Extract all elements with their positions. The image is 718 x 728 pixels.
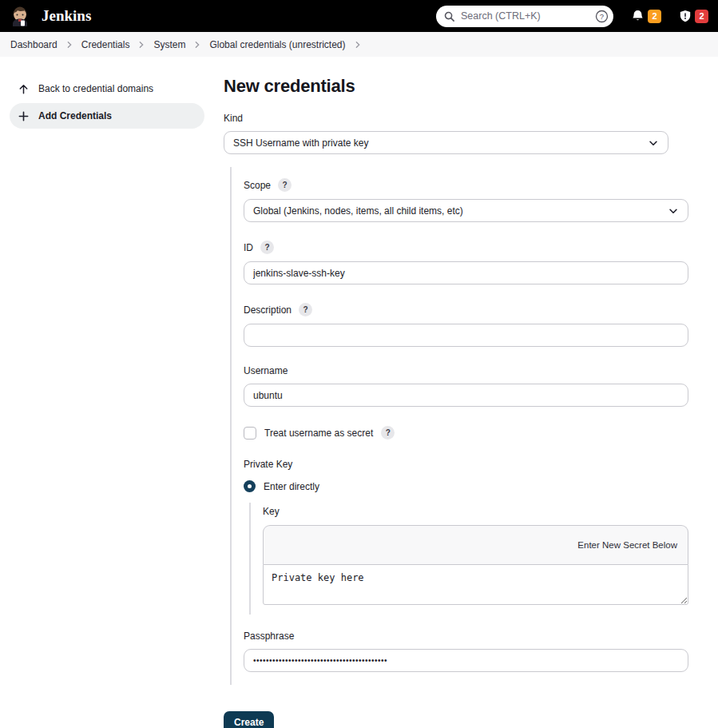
enter-directly-radio[interactable] — [244, 480, 256, 492]
secret-banner-text: Enter New Secret Below — [577, 540, 677, 550]
treat-username-as-secret-help-icon[interactable]: ? — [381, 426, 395, 440]
app-title[interactable]: Jenkins — [42, 7, 91, 25]
notifications-bell-icon[interactable] — [631, 10, 645, 23]
description-help-icon[interactable]: ? — [299, 303, 312, 316]
scope-label: Scope — [244, 180, 271, 191]
plus-icon — [18, 110, 30, 122]
private-key-label: Private Key — [244, 459, 292, 470]
id-label: ID — [244, 242, 253, 253]
secret-banner: Enter New Secret Below — [263, 525, 688, 564]
jenkins-logo-icon[interactable] — [10, 6, 30, 26]
sidebar-item-add-credentials[interactable]: Add Credentials — [10, 103, 204, 129]
kind-select[interactable]: SSH Username with private key — [224, 131, 668, 154]
create-button[interactable]: Create — [224, 711, 274, 728]
key-label: Key — [263, 506, 280, 517]
private-key-entry-subsection: Key Enter New Secret Below Private key h… — [249, 503, 688, 615]
security-count-badge[interactable]: 2 — [695, 10, 708, 23]
description-input[interactable] — [244, 324, 688, 347]
chevron-down-icon — [648, 137, 659, 149]
sidebar-item-label: Back to credential domains — [38, 83, 153, 94]
chevron-down-icon — [668, 205, 679, 217]
scope-select[interactable]: Global (Jenkins, nodes, items, all child… — [244, 199, 688, 222]
treat-username-as-secret-checkbox[interactable] — [244, 427, 256, 440]
sidebar-item-back-to-credential-domains[interactable]: Back to credential domains — [10, 76, 204, 101]
id-input[interactable] — [244, 261, 688, 284]
passphrase-input[interactable] — [244, 649, 688, 672]
arrow-up-icon — [18, 83, 30, 95]
top-header: Jenkins ? 2 — [0, 0, 718, 32]
sidebar-item-label: Add Credentials — [38, 110, 112, 121]
security-shield-icon[interactable] — [679, 10, 692, 23]
svg-text:?: ? — [600, 12, 604, 21]
scope-help-icon[interactable]: ? — [278, 178, 292, 192]
new-credentials-form: New credentials Kind SSH Username with p… — [224, 76, 688, 728]
search-help-icon[interactable]: ? — [595, 10, 609, 23]
private-key-textarea[interactable]: Private key here — [263, 564, 688, 605]
breadcrumb: Dashboard Credentials System Global cred… — [0, 32, 718, 57]
username-input[interactable] — [244, 384, 688, 407]
kind-select-value: SSH Username with private key — [233, 137, 368, 149]
description-label: Description — [244, 304, 292, 316]
id-help-icon[interactable]: ? — [260, 241, 274, 254]
notifications-count-badge[interactable]: 2 — [648, 10, 661, 23]
search-icon — [443, 10, 455, 22]
treat-username-as-secret-label: Treat username as secret — [264, 428, 373, 439]
sidebar: Back to credential domains Add Credentia… — [0, 76, 204, 728]
enter-directly-label: Enter directly — [264, 481, 319, 492]
scope-select-value: Global (Jenkins, nodes, items, all child… — [253, 205, 463, 217]
breadcrumb-system[interactable]: System — [153, 39, 185, 50]
username-label: Username — [244, 365, 288, 376]
passphrase-label: Passphrase — [244, 631, 294, 642]
breadcrumb-credentials[interactable]: Credentials — [81, 39, 130, 50]
chevron-right-icon — [193, 41, 201, 49]
breadcrumb-global-credentials[interactable]: Global credentials (unrestricted) — [209, 39, 345, 50]
search-bar[interactable]: ? — [436, 6, 613, 27]
page-title: New credentials — [224, 76, 688, 97]
breadcrumb-dashboard[interactable]: Dashboard — [10, 39, 58, 50]
chevron-right-icon[interactable] — [354, 41, 362, 49]
search-input[interactable] — [461, 10, 589, 22]
kind-label: Kind — [224, 113, 243, 124]
chevron-right-icon — [65, 41, 73, 49]
chevron-right-icon — [137, 41, 145, 49]
ssh-credentials-section: Scope ? Global (Jenkins, nodes, items, a… — [230, 167, 688, 685]
